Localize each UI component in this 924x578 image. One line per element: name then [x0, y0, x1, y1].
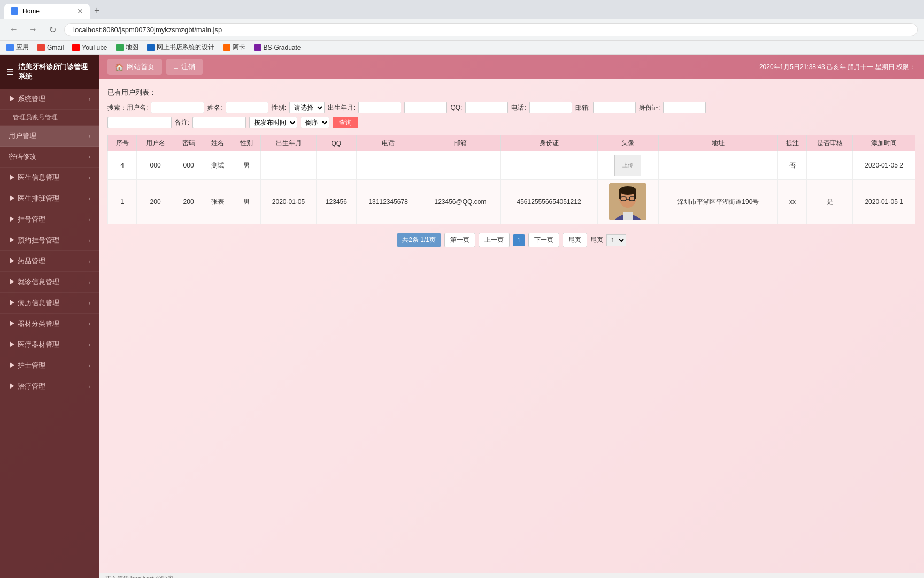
tab-close-btn[interactable]: ✕ [77, 7, 83, 16]
search-row-1: 搜索：用户名: 姓名: 性别: 请选择 男 女 出生年月: QQ: [107, 102, 915, 113]
tab-title: Home [22, 7, 40, 15]
chevron-right-icon-10: › [89, 300, 90, 306]
gender-select[interactable]: 请选择 男 女 [289, 102, 325, 113]
bookmark-maps[interactable]: 地图 [116, 43, 138, 52]
sidebar-item-medicine[interactable]: ▶ 药品管理 › [0, 251, 99, 272]
data-table: 序号 用户名 密码 姓名 性别 出生年月 QQ 电话 邮箱 身份证 头像 地址 … [107, 135, 915, 224]
birthyear-input-start[interactable] [358, 102, 401, 113]
datetime-text: 2020年1月5日21:38:43 己亥年 腊月十一 星期日 权限： [759, 63, 915, 71]
svg-rect-9 [623, 212, 633, 220]
bookmark-bookstore[interactable]: 网上书店系统的设计 [147, 43, 214, 52]
col-birthyear: 出生年月 [261, 135, 316, 151]
phone-input[interactable] [529, 102, 572, 113]
col-avatar: 头像 [597, 135, 659, 151]
back-btn[interactable]: ← [6, 22, 21, 37]
sidebar: ☰ 洁美牙科诊所门诊管理系统 ▶ 系统管理 › 管理员账号管理 用户管理 › 密… [0, 55, 99, 578]
app-container: ☰ 洁美牙科诊所门诊管理系统 ▶ 系统管理 › 管理员账号管理 用户管理 › 密… [0, 55, 924, 578]
sidebar-item-visit[interactable]: ▶ 就诊信息管理 › [0, 272, 99, 293]
sidebar-item-treatment[interactable]: ▶ 治疗管理 › [0, 376, 99, 397]
sort-select[interactable]: 按发布时间 [249, 117, 297, 128]
maps-icon [116, 44, 124, 51]
sidebar-appointment-label: ▶ 挂号管理 [9, 215, 45, 224]
svg-point-3 [619, 186, 636, 195]
col-qq: QQ [316, 135, 356, 151]
sidebar-item-equipment[interactable]: ▶ 医疗器材管理 › [0, 334, 99, 355]
sidebar-item-system[interactable]: ▶ 系统管理 › [0, 89, 99, 110]
hamburger-btn[interactable]: ☰ [6, 67, 14, 77]
bookmark-bs[interactable]: BS-Graduate [254, 44, 301, 51]
top-nav-btns: 🏠 网站首页 ≡ 注销 [107, 59, 203, 75]
sidebar-item-records[interactable]: ▶ 病历信息管理 › [0, 293, 99, 314]
sidebar-item-users[interactable]: 用户管理 › [0, 126, 99, 147]
sidebar-users-label: 用户管理 [9, 131, 36, 141]
remark-label: 备注: [175, 118, 189, 127]
bookmark-youtube[interactable]: YouTube [72, 44, 107, 51]
search-btn[interactable]: 查询 [333, 117, 358, 128]
realname-label: 姓名: [207, 103, 222, 112]
remark-value-input[interactable] [192, 117, 246, 128]
address-bar[interactable] [64, 23, 918, 36]
cell-addtime: 2020-01-05 1 [853, 180, 915, 224]
email-label: 邮箱: [575, 103, 590, 112]
birthyear-input-end[interactable] [404, 102, 447, 113]
birthyear-label: 出生年月: [328, 103, 355, 112]
bookmark-ak[interactable]: 阿卡 [223, 43, 245, 52]
sidebar-password-label: 密码修改 [9, 152, 36, 162]
ak-icon [223, 44, 230, 51]
cell-email [420, 151, 500, 180]
gmail-icon [37, 44, 45, 51]
pagination: 共2条 1/1页 第一页 上一页 1 下一页 尾页 尾页 1 [107, 233, 915, 247]
qq-input[interactable] [465, 102, 508, 113]
cell-avatar: 上传 [597, 151, 659, 180]
bookstore-icon [147, 44, 155, 51]
refresh-btn[interactable]: ↻ [45, 22, 60, 37]
chevron-right-icon-12: › [89, 342, 90, 348]
sidebar-item-password[interactable]: 密码修改 › [0, 147, 99, 168]
prev-page-btn[interactable]: 上一页 [479, 233, 510, 247]
active-tab[interactable]: Home ✕ [4, 4, 90, 19]
first-page-btn[interactable]: 第一页 [444, 233, 475, 247]
cell-gender: 男 [232, 180, 261, 224]
sidebar-preappointment-label: ▶ 预约挂号管理 [9, 235, 59, 245]
remark-input[interactable] [107, 117, 172, 128]
sidebar-item-nurse[interactable]: ▶ 护士管理 › [0, 355, 99, 376]
order-select[interactable]: 倒序 正序 [301, 117, 329, 128]
bookmark-apps[interactable]: 应用 [6, 43, 29, 52]
bookmarks-bar: 应用 Gmail YouTube 地图 网上书店系统的设计 阿卡 BS-Grad… [0, 40, 924, 54]
home-icon: 🏠 [115, 63, 124, 71]
new-tab-btn[interactable]: + [90, 3, 104, 19]
sidebar-system-label: ▶ 系统管理 [9, 94, 45, 104]
sidebar-item-doctor-schedule[interactable]: ▶ 医生排班管理 › [0, 188, 99, 209]
idcard-label: 身份证: [639, 103, 660, 112]
youtube-icon [72, 44, 80, 51]
sidebar-item-doctor-info[interactable]: ▶ 医生信息管理 › [0, 168, 99, 188]
chevron-right-icon-4: › [89, 175, 90, 181]
logout-btn[interactable]: ≡ 注销 [166, 59, 203, 75]
sidebar-item-admin[interactable]: 管理员账号管理 [0, 110, 99, 126]
sidebar-item-appointment[interactable]: ▶ 挂号管理 › [0, 209, 99, 230]
username-input[interactable] [151, 102, 204, 113]
table-row: 1 200 200 张表 男 2020-01-05 123456 1311234… [108, 180, 915, 224]
realname-input[interactable] [226, 102, 268, 113]
chevron-right-icon-13: › [89, 363, 90, 369]
content-title: 已有用户列表： [107, 88, 915, 97]
col-remark: 提注 [778, 135, 807, 151]
sidebar-item-equipment-cat[interactable]: ▶ 器材分类管理 › [0, 314, 99, 334]
avatar-upload[interactable]: 上传 [614, 155, 641, 176]
home-btn[interactable]: 🏠 网站首页 [107, 59, 162, 75]
nav-bar: ← → ↻ [0, 19, 924, 40]
sidebar-item-preappointment[interactable]: ▶ 预约挂号管理 › [0, 230, 99, 251]
cell-remark: 否 [778, 151, 807, 180]
cell-remark: xx [778, 180, 807, 224]
tab-favicon [11, 7, 18, 15]
page-jump-select[interactable]: 1 [606, 234, 626, 246]
sidebar-title: 洁美牙科诊所门诊管理系统 [18, 62, 93, 81]
sidebar-header: ☰ 洁美牙科诊所门诊管理系统 [0, 55, 99, 89]
idcard-input[interactable] [663, 102, 706, 113]
bookmark-gmail[interactable]: Gmail [37, 44, 64, 51]
last-page-btn[interactable]: 尾页 [563, 233, 587, 247]
next-page-btn[interactable]: 下一页 [528, 233, 559, 247]
forward-btn[interactable]: → [26, 22, 41, 37]
email-input[interactable] [593, 102, 636, 113]
cell-realname: 测试 [203, 151, 232, 180]
